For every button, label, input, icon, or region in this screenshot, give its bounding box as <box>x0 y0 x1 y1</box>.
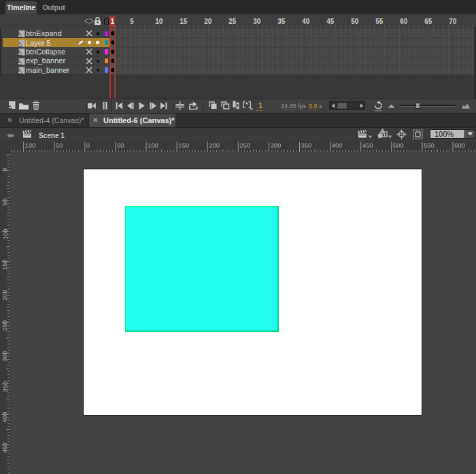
svg-text:100: 100 <box>148 141 158 149</box>
svg-text:100: 100 <box>1 229 9 240</box>
svg-text:50: 50 <box>351 18 359 25</box>
svg-text:5: 5 <box>130 18 134 25</box>
svg-text:65: 65 <box>424 18 432 25</box>
svg-text:250: 250 <box>1 320 9 331</box>
svg-text:70: 70 <box>449 18 457 25</box>
svg-text:30: 30 <box>253 18 261 25</box>
svg-text:10: 10 <box>155 18 163 25</box>
svg-text:40: 40 <box>302 18 310 25</box>
svg-text:300: 300 <box>270 141 281 149</box>
svg-text:600: 600 <box>454 141 465 149</box>
svg-text:350: 350 <box>301 141 312 149</box>
svg-text:45: 45 <box>326 18 335 25</box>
svg-text:150: 150 <box>1 260 9 271</box>
svg-text:400: 400 <box>332 141 343 149</box>
svg-text:200: 200 <box>209 141 220 149</box>
svg-text:0: 0 <box>86 141 90 149</box>
svg-text:55: 55 <box>375 18 384 25</box>
svg-text:50: 50 <box>56 141 63 149</box>
svg-text:200: 200 <box>1 290 9 301</box>
svg-text:15: 15 <box>180 18 188 25</box>
svg-text:300: 300 <box>1 351 9 362</box>
svg-text:350: 350 <box>1 382 9 392</box>
svg-text:150: 150 <box>178 141 189 149</box>
svg-text:250: 250 <box>239 141 250 149</box>
svg-text:20: 20 <box>204 18 212 25</box>
svg-text:450: 450 <box>362 141 373 149</box>
svg-text:450: 450 <box>1 443 9 454</box>
svg-text:500: 500 <box>393 141 404 149</box>
svg-text:0: 0 <box>1 168 9 171</box>
svg-text:400: 400 <box>1 412 9 423</box>
svg-text:35: 35 <box>277 18 286 25</box>
svg-text:25: 25 <box>228 18 237 25</box>
svg-text:100: 100 <box>25 141 36 149</box>
svg-text:50: 50 <box>117 141 124 149</box>
svg-text:50: 50 <box>1 199 9 206</box>
svg-text:550: 550 <box>424 141 435 149</box>
svg-text:60: 60 <box>400 18 408 25</box>
